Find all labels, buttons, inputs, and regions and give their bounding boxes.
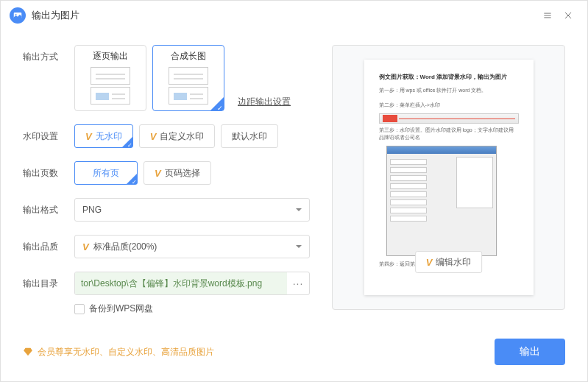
margin-settings-link[interactable]: 边距输出设置 [238,96,291,111]
dialog-title: 输出为图片 [32,9,537,22]
mode-per-page[interactable]: 逐页输出 [74,45,146,111]
chevron-down-icon [296,208,302,214]
watermark-none[interactable]: V无水印 [74,124,133,148]
vip-icon: V [155,168,161,179]
dir-label: 输出目录 [23,272,74,290]
pages-select[interactable]: V页码选择 [144,161,211,185]
vip-icon: V [82,241,89,252]
preview-page: 例文图片获取：Word 添加背景水印，输出为图片 第一步：用 wps 或 off… [364,60,534,295]
chevron-down-icon [296,245,302,251]
output-path[interactable]: tor\Desktop\含【偏锋】水印背景word模板.png ··· [74,272,310,295]
format-select[interactable]: PNG [74,198,310,222]
path-browse-button[interactable]: ··· [287,272,309,294]
app-icon [10,7,26,24]
preview-panel: 例文图片获取：Word 添加背景水印，输出为图片 第一步：用 wps 或 off… [332,45,565,310]
quality-select[interactable]: V标准品质(200%) [74,235,310,258]
pages-all[interactable]: 所有页 [74,161,138,185]
diamond-icon [23,347,33,357]
preview-dialog [386,146,497,256]
mode-per-page-label: 逐页输出 [93,50,128,63]
edit-watermark-button[interactable]: V 编辑水印 [415,251,483,273]
close-button[interactable] [558,5,578,26]
watermark-default[interactable]: 默认水印 [221,124,278,148]
member-note: 会员尊享无水印、自定义水印、高清品质图片 [23,346,214,358]
watermark-custom[interactable]: V自定义水印 [139,124,216,148]
pages-label: 输出页数 [23,161,74,180]
quality-value: 标准品质(200%) [93,241,157,253]
quality-label: 输出品质 [23,235,74,253]
vip-icon: V [426,257,433,268]
backup-label: 备份到WPS网盘 [89,303,153,315]
backup-checkbox[interactable] [74,304,85,314]
output-mode-label: 输出方式 [23,45,74,63]
vip-icon: V [150,131,157,142]
vip-icon: V [85,131,92,142]
format-value: PNG [82,205,102,215]
preview-toolbar [379,113,519,124]
output-path-text: tor\Desktop\含【偏锋】水印背景word模板.png [75,272,287,294]
mode-long-image-label: 合成长图 [171,50,206,63]
export-button[interactable]: 输出 [495,339,565,365]
menu-button[interactable] [537,5,558,26]
mode-long-image[interactable]: 合成长图 [152,45,224,111]
watermark-label: 水印设置 [23,124,74,143]
svg-point-1 [15,14,17,15]
format-label: 输出格式 [23,198,74,216]
